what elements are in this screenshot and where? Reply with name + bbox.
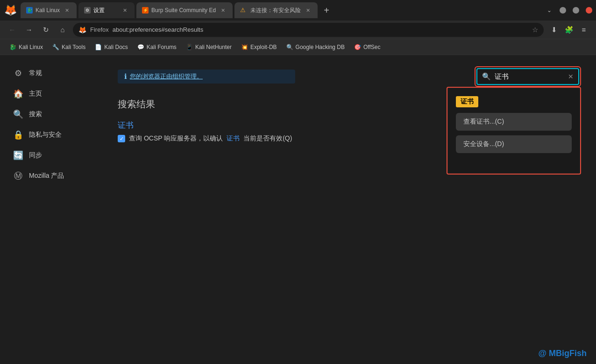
bookmark-exploit-db[interactable]: 💥 Exploit-DB xyxy=(237,42,281,52)
window-controls: ⌄ xyxy=(543,4,592,17)
tab-settings-close[interactable]: ✕ xyxy=(121,6,129,14)
kali-forums-bm-icon: 💬 xyxy=(137,44,144,50)
cert-desc-link[interactable]: 证书 xyxy=(227,134,240,143)
address-bar[interactable]: 🦊 Firefox about:preferences#searchResult… xyxy=(73,23,544,37)
kali-docs-bm-label: Kali Docs xyxy=(104,44,128,50)
tab-list-button[interactable]: ⌄ xyxy=(543,4,556,17)
sidebar-item-general[interactable]: ⚙ 常规 xyxy=(4,63,99,83)
bookmark-kali-docs[interactable]: 📄 Kali Docs xyxy=(91,42,132,52)
address-text: about:preferences#searchResults xyxy=(113,26,528,33)
kali-docs-bm-icon: 📄 xyxy=(95,44,102,50)
sidebar-item-mozilla[interactable]: Ⓜ Mozilla 产品 xyxy=(4,166,99,186)
tab-burp-title: Burp Suite Community Ed xyxy=(151,7,216,14)
view-cert-button[interactable]: 查看证书...(C) xyxy=(456,113,572,131)
firefox-icon: 🦊 xyxy=(78,26,86,34)
page-content: ⚙ 常规 🏠 主页 🔍 搜索 🔒 隐私与安全 🔄 同步 Ⓜ Mozilla 产品 xyxy=(0,55,596,364)
google-hacking-bm-icon: 🔍 xyxy=(286,44,293,50)
kali-tools-bm-icon: 🔧 xyxy=(52,44,59,50)
kali-nethunter-bm-icon: 📱 xyxy=(186,44,193,50)
bookmark-kali-nethunter[interactable]: 📱 Kali NetHunter xyxy=(182,42,235,52)
search-box-icon: 🔍 xyxy=(482,72,491,81)
search-input[interactable]: 证书 xyxy=(495,72,564,81)
mozilla-icon: Ⓜ xyxy=(13,171,23,181)
watermark: @ MBigFish xyxy=(538,349,587,358)
search-sidebar-icon: 🔍 xyxy=(13,109,23,119)
sync-label: 同步 xyxy=(29,151,42,160)
privacy-label: 隐私与安全 xyxy=(29,131,62,139)
kali-nethunter-bm-label: Kali NetHunter xyxy=(195,44,232,50)
kali-favicon: 🐉 xyxy=(26,7,33,14)
sidebar: ⚙ 常规 🏠 主页 🔍 搜索 🔒 隐私与安全 🔄 同步 Ⓜ Mozilla 产品 xyxy=(0,55,103,364)
back-button[interactable]: ← xyxy=(6,23,19,36)
warn-favicon: ⚠ xyxy=(240,7,248,14)
search-box-wrapper: 🔍 证书 ✕ xyxy=(475,66,581,87)
downloads-button[interactable]: ⬇ xyxy=(547,23,561,36)
exploit-db-bm-label: Exploit-DB xyxy=(250,44,277,50)
tab-kali-close[interactable]: ✕ xyxy=(63,6,71,14)
kali-forums-bm-label: Kali Forums xyxy=(147,44,177,50)
bookmark-kali-tools[interactable]: 🔧 Kali Tools xyxy=(49,42,89,52)
general-icon: ⚙ xyxy=(13,68,23,78)
browser-chrome: 🦊 🐉 Kali Linux ✕ ⚙ 设置 ✕ ⚡ Burp Suite Com… xyxy=(0,0,596,55)
forward-button[interactable]: → xyxy=(22,23,35,36)
firefox-label: Firefox xyxy=(90,26,109,33)
maximize-button[interactable] xyxy=(573,7,579,14)
security-device-button[interactable]: 安全设备...(D) xyxy=(456,135,572,153)
sync-icon: 🔄 xyxy=(13,150,23,161)
bookmark-offsec[interactable]: 🎯 OffSec xyxy=(350,42,384,52)
navigation-bar: ← → ↻ ⌂ 🦊 Firefox about:preferences#sear… xyxy=(0,21,596,39)
sidebar-item-sync[interactable]: 🔄 同步 xyxy=(4,146,99,165)
offsec-bm-icon: 🎯 xyxy=(354,44,361,50)
reload-button[interactable]: ↻ xyxy=(39,23,52,36)
tab-bar: 🦊 🐉 Kali Linux ✕ ⚙ 设置 ✕ ⚡ Burp Suite Com… xyxy=(0,0,596,21)
home-label: 主页 xyxy=(29,90,42,98)
close-button[interactable] xyxy=(586,7,592,14)
home-button[interactable]: ⌂ xyxy=(56,23,69,36)
top-bar: ℹ 您的浏览器正由组织管理。 🔍 证书 ✕ xyxy=(118,66,581,87)
search-clear-icon[interactable]: ✕ xyxy=(568,73,574,80)
right-panel-wrapper: 证书 查看证书...(C) 安全设备...(D) xyxy=(447,87,581,175)
checkbox-icon[interactable] xyxy=(118,135,125,142)
cert-result-title[interactable]: 证书 xyxy=(118,120,134,131)
tab-warn-title: 未连接：有安全风险 xyxy=(250,7,301,14)
tab-burp-close[interactable]: ✕ xyxy=(219,6,227,14)
tab-warn[interactable]: ⚠ 未连接：有安全风险 ✕ xyxy=(234,2,318,18)
new-tab-button[interactable]: + xyxy=(319,3,333,17)
cert-desc-suffix: 当前是否有效(Q) xyxy=(243,134,292,143)
tab-settings[interactable]: ⚙ 设置 ✕ xyxy=(78,2,135,18)
minimize-button[interactable] xyxy=(560,7,566,14)
tab-burp[interactable]: ⚡ Burp Suite Community Ed ✕ xyxy=(136,2,233,18)
google-hacking-bm-label: Google Hacking DB xyxy=(296,44,345,50)
tab-settings-title: 设置 xyxy=(93,7,118,14)
org-notice: ℹ 您的浏览器正由组织管理。 xyxy=(118,70,295,84)
bookmark-google-hacking[interactable]: 🔍 Google Hacking DB xyxy=(283,42,348,52)
tab-kali-linux[interactable]: 🐉 Kali Linux ✕ xyxy=(21,2,77,18)
kali-tools-bm-label: Kali Tools xyxy=(62,44,85,50)
bookmark-kali-forums[interactable]: 💬 Kali Forums xyxy=(134,42,180,52)
kali-linux-bm-icon: 🐉 xyxy=(9,44,16,50)
tab-warn-close[interactable]: ✕ xyxy=(304,6,312,14)
sidebar-item-privacy[interactable]: 🔒 隐私与安全 xyxy=(4,125,99,145)
browser-logo-icon: 🦊 xyxy=(4,4,17,17)
burp-favicon: ⚡ xyxy=(142,7,149,14)
exploit-db-bm-icon: 💥 xyxy=(241,44,248,50)
mozilla-label: Mozilla 产品 xyxy=(29,172,64,180)
menu-button[interactable]: ≡ xyxy=(577,23,590,36)
search-box[interactable]: 🔍 证书 ✕ xyxy=(476,68,579,85)
search-label: 搜索 xyxy=(29,110,42,119)
bookmarks-bar: 🐉 Kali Linux 🔧 Kali Tools 📄 Kali Docs 💬 … xyxy=(0,39,596,55)
bookmark-kali-linux[interactable]: 🐉 Kali Linux xyxy=(6,42,47,52)
settings-favicon: ⚙ xyxy=(84,7,91,14)
cert-desc-prefix: 查询 OCSP 响应服务器，以确认 xyxy=(129,134,223,143)
extensions-button[interactable]: 🧩 xyxy=(562,23,575,36)
bookmark-star-icon[interactable]: ☆ xyxy=(532,26,538,34)
panel-cert-label: 证书 xyxy=(456,96,478,107)
kali-linux-bm-label: Kali Linux xyxy=(19,44,43,50)
org-notice-link[interactable]: 您的浏览器正由组织管理。 xyxy=(130,72,203,81)
sidebar-item-search[interactable]: 🔍 搜索 xyxy=(4,105,99,124)
nav-actions: ⬇ 🧩 ≡ xyxy=(547,23,590,36)
right-panel: 证书 查看证书...(C) 安全设备...(D) xyxy=(448,89,579,173)
info-icon: ℹ xyxy=(124,72,127,81)
general-label: 常规 xyxy=(29,69,42,77)
sidebar-item-home[interactable]: 🏠 主页 xyxy=(4,84,99,104)
